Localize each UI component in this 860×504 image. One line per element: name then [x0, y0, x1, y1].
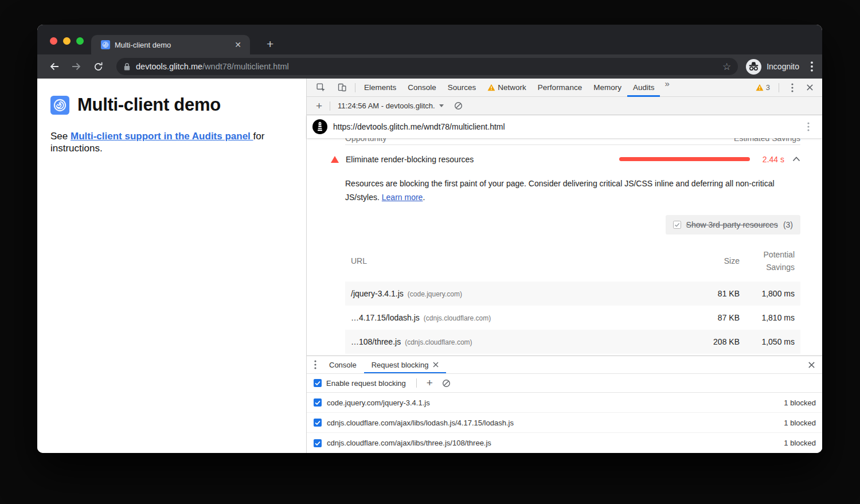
chevron-down-icon — [439, 104, 444, 107]
opportunity-label: Opportunity — [345, 138, 386, 143]
blocked-pattern-row[interactable]: code.jquery.com/jquery-3.4.1.js 1 blocke… — [307, 393, 822, 413]
console-warning-badge[interactable]: 3 — [753, 83, 772, 92]
window-controls — [50, 37, 84, 45]
tab-sources[interactable]: Sources — [442, 79, 482, 96]
savings-gauge-bar — [619, 157, 750, 161]
new-audit-icon[interactable]: + — [311, 100, 327, 112]
resources-table: URL Size Potential Savings /jquery-3.4.1… — [345, 241, 800, 354]
blocked-count: 1 blocked — [784, 419, 816, 427]
zoom-window-button[interactable] — [76, 37, 84, 45]
minimize-window-button[interactable] — [63, 37, 71, 45]
devtools-drawer: Console Request blocking En — [307, 355, 822, 453]
blocked-count: 1 blocked — [784, 398, 816, 407]
more-tabs-icon[interactable]: » — [660, 79, 673, 96]
browser-tab[interactable]: Multi-client demo ✕ — [91, 35, 250, 54]
remove-all-patterns-icon[interactable] — [440, 376, 454, 390]
pattern-checkbox[interactable] — [314, 439, 322, 447]
device-toolbar-icon[interactable] — [335, 81, 349, 95]
pattern-checkbox[interactable] — [314, 419, 322, 427]
third-party-count: (3) — [783, 220, 793, 229]
table-row: …4.17.15/lodash.js(cdnjs.cloudflare.com)… — [345, 306, 800, 330]
fail-triangle-icon — [331, 156, 339, 163]
clear-audits-icon[interactable] — [452, 99, 466, 113]
pattern-text: code.jquery.com/jquery-3.4.1.js — [327, 398, 784, 407]
enable-blocking-label: Enable request blocking — [326, 379, 406, 388]
warning-icon — [487, 84, 495, 91]
bookmark-star-icon[interactable]: ☆ — [722, 61, 731, 73]
inspect-element-icon[interactable] — [314, 81, 327, 95]
opportunity-header: Opportunity Estimated Savings — [345, 138, 800, 144]
savings-value: 2.44 s — [758, 155, 784, 164]
drawer-menu-icon[interactable] — [307, 356, 322, 373]
incognito-icon — [746, 59, 761, 75]
tab-performance[interactable]: Performance — [532, 79, 588, 96]
audit-title: Eliminate render-blocking resources — [346, 155, 474, 164]
enable-blocking-checkbox[interactable] — [314, 379, 322, 387]
audits-toolbar: + 11:24:56 AM - devtools.glitch. — [307, 97, 822, 115]
third-party-label: Show 3rd-party resources — [686, 220, 778, 229]
address-bar[interactable]: devtools.glitch.me/wndt78/multiclient.ht… — [116, 58, 738, 75]
pattern-text: cdnjs.cloudflare.com/ajax/libs/three.js/… — [327, 439, 784, 447]
blocked-pattern-row[interactable]: cdnjs.cloudflare.com/ajax/libs/lodash.js… — [307, 413, 822, 433]
pattern-text: cdnjs.cloudflare.com/ajax/libs/lodash.js… — [327, 419, 784, 427]
add-pattern-icon[interactable]: + — [424, 377, 435, 389]
browser-menu-icon[interactable] — [811, 61, 813, 72]
request-blocking-toolbar: Enable request blocking + — [307, 374, 822, 393]
audited-url: https://devtools.glitch.me/wndt78/multic… — [333, 122, 802, 131]
page-title: Multi-client demo — [50, 95, 295, 115]
lighthouse-icon — [312, 119, 327, 134]
drawer-tab-console[interactable]: Console — [322, 356, 364, 373]
table-header: URL Size Potential Savings — [345, 241, 800, 282]
new-tab-button[interactable]: + — [262, 37, 278, 52]
browser-window: Multi-client demo ✕ + devtools.glitch.me… — [37, 25, 822, 453]
page-logo-icon — [50, 96, 69, 115]
tab-audits[interactable]: Audits — [627, 79, 660, 96]
audit-description: Resources are blocking the first paint o… — [345, 177, 793, 204]
third-party-checkbox[interactable] — [673, 221, 681, 229]
estimated-savings-label: Estimated Savings — [734, 138, 800, 143]
learn-more-link[interactable]: Learn more — [382, 193, 423, 202]
tab-title: Multi-client demo — [115, 41, 232, 49]
tab-network[interactable]: Network — [482, 79, 532, 96]
audit-run-dropdown[interactable]: 11:24:56 AM - devtools.glitch. — [333, 101, 448, 110]
table-row: /jquery-3.4.1.js(code.jquery.com) 81 KB … — [345, 282, 800, 306]
url-text: devtools.glitch.me/wndt78/multiclient.ht… — [136, 62, 722, 71]
drawer-tab-close-icon[interactable] — [433, 362, 439, 368]
devtools-favicon — [101, 40, 110, 49]
drawer-tab-request-blocking[interactable]: Request blocking — [364, 356, 447, 373]
table-row: …108/three.js(cdnjs.cloudflare.com) 208 … — [345, 330, 800, 354]
devtools-panel: Elements Console Sources Network Perform… — [307, 79, 822, 453]
browser-tab-strip: Multi-client demo ✕ + — [37, 25, 822, 54]
audits-support-link[interactable]: Multi-client support in the Audits panel — [71, 131, 253, 142]
blocked-pattern-row[interactable]: cdnjs.cloudflare.com/ajax/libs/three.js/… — [307, 433, 822, 453]
devtools-close-icon[interactable] — [803, 81, 816, 95]
third-party-filter[interactable]: Show 3rd-party resources (3) — [666, 215, 800, 235]
browser-toolbar: devtools.glitch.me/wndt78/multiclient.ht… — [37, 54, 822, 79]
drawer-close-icon[interactable] — [808, 356, 822, 373]
close-window-button[interactable] — [50, 37, 57, 45]
tab-memory[interactable]: Memory — [588, 79, 627, 96]
tab-close-icon[interactable]: ✕ — [232, 39, 244, 50]
drawer-tab-bar: Console Request blocking — [307, 356, 822, 374]
devtools-menu-icon[interactable] — [785, 81, 799, 95]
tab-elements[interactable]: Elements — [358, 79, 402, 96]
audit-item-header[interactable]: Eliminate render-blocking resources 2.44… — [331, 145, 800, 173]
blocked-count: 1 blocked — [784, 439, 816, 447]
page-content: Multi-client demo See Multi-client suppo… — [37, 79, 307, 453]
back-icon[interactable] — [46, 58, 62, 75]
incognito-label: Incognito — [767, 62, 799, 71]
audits-report: Opportunity Estimated Savings Eliminate … — [307, 138, 822, 355]
reload-icon[interactable] — [90, 58, 106, 75]
report-menu-icon[interactable] — [802, 120, 815, 134]
devtools-tab-bar: Elements Console Sources Network Perform… — [307, 79, 822, 97]
audited-page-header: https://devtools.glitch.me/wndt78/multic… — [307, 115, 822, 138]
incognito-indicator: Incognito — [746, 59, 799, 75]
lock-icon[interactable] — [123, 62, 131, 71]
pattern-checkbox[interactable] — [314, 398, 322, 407]
tab-console[interactable]: Console — [402, 79, 442, 96]
collapse-chevron-icon[interactable] — [792, 157, 800, 162]
page-body-text: See Multi-client support in the Audits p… — [50, 130, 295, 154]
forward-icon[interactable] — [68, 58, 84, 75]
